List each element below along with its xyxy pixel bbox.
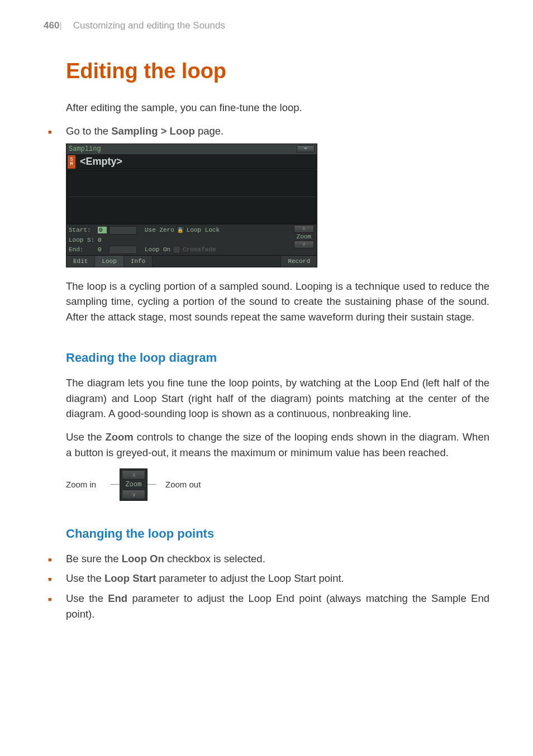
bullet-icon: ■ xyxy=(48,571,66,586)
zoom-in-callout: Zoom in xyxy=(66,480,111,489)
end-bold: End xyxy=(108,592,127,604)
zoom-out-button[interactable]: ∨ xyxy=(294,241,314,248)
divider: | xyxy=(59,20,61,31)
callout-line-icon xyxy=(147,484,156,485)
start-slider[interactable] xyxy=(109,226,137,235)
sample-name: <Empty> xyxy=(75,156,122,168)
looplock-label: Loop Lock xyxy=(187,227,220,233)
text: page. xyxy=(195,125,223,137)
start-value[interactable]: 0 xyxy=(98,227,107,233)
looplock-checkbox[interactable] xyxy=(177,226,184,234)
titlebar: Sampling xyxy=(66,144,317,154)
breadcrumb-path: Sampling > Loop xyxy=(111,125,195,137)
loopon-bold: Loop On xyxy=(122,553,164,564)
zoom-figure: Zoom in ∧ Zoom ∨ Zoom out xyxy=(66,468,489,501)
loops-label: Loop S: xyxy=(69,237,96,243)
zoom-in-button[interactable]: ∧ xyxy=(122,470,145,480)
sample-name-bar: SM <Empty> xyxy=(67,155,316,169)
end-label: End: xyxy=(69,246,96,253)
reading-heading: Reading the loop diagram xyxy=(66,351,489,365)
zoom-widget: ∧ Zoom ∨ xyxy=(120,468,147,501)
loopon-label: Loop On xyxy=(145,246,170,253)
zoom-out-button[interactable]: ∨ xyxy=(122,490,145,499)
text: Be sure the xyxy=(66,553,122,564)
changing-heading: Changing the loop points xyxy=(66,527,489,541)
sampling-window: Sampling SM <Empty> Start: 0 Use Zero Lo… xyxy=(66,143,317,267)
zoom-paragraph: Use the Zoom controls to change the size… xyxy=(66,429,489,461)
tab-record[interactable]: Record xyxy=(280,256,317,267)
text: Use the xyxy=(66,592,108,604)
bullet-icon: ■ xyxy=(48,591,66,622)
loops-value[interactable]: 0 xyxy=(98,237,107,243)
tab-edit[interactable]: Edit xyxy=(66,256,95,267)
bullet-1: ■ Be sure the Loop On checkbox is select… xyxy=(48,551,489,567)
menu-button[interactable] xyxy=(297,145,315,152)
text: parameter to adjust the Loop End point (… xyxy=(66,592,489,620)
intro-paragraph: After editing the sample, you can fine-t… xyxy=(66,100,489,116)
waveform-bottom xyxy=(68,197,316,224)
text: parameter to adjust the Loop Start point… xyxy=(156,572,344,584)
page-number: 460 xyxy=(44,20,59,31)
zoom-label: Zoom xyxy=(293,233,315,240)
window-title: Sampling xyxy=(69,145,101,153)
loopon-checkbox[interactable] xyxy=(173,246,180,253)
end-slider[interactable] xyxy=(109,246,137,254)
start-label: Start: xyxy=(69,227,96,233)
end-value[interactable]: 0 xyxy=(98,246,107,253)
text: Go to the xyxy=(66,125,111,137)
waveform-display[interactable] xyxy=(67,170,316,224)
page-title: Editing the loop xyxy=(66,59,489,83)
bullet-icon: ■ xyxy=(48,551,66,567)
text: Use the xyxy=(66,572,104,584)
tabs: Edit Loop Info Record xyxy=(66,255,317,267)
page-header: 460 | Customizing and editing the Sounds xyxy=(0,0,533,37)
bullet-3: ■ Use the End parameter to adjust the Lo… xyxy=(48,591,489,622)
reading-paragraph: The diagram lets you fine tune the loop … xyxy=(66,375,489,422)
callout-line-icon xyxy=(111,484,120,485)
loop-paragraph: The loop is a cycling portion of a sampl… xyxy=(66,279,489,325)
goto-instruction: ■ Go to the Sampling > Loop page. xyxy=(48,123,489,139)
tab-loop[interactable]: Loop xyxy=(95,256,123,267)
bullet-2: ■ Use the Loop Start parameter to adjust… xyxy=(48,571,489,586)
waveform-top xyxy=(68,170,316,197)
params-row-3: End: 0 Loop On Crossfade xyxy=(66,245,317,255)
text: Use the xyxy=(66,431,105,443)
zoom-label: Zoom xyxy=(126,481,142,489)
sm-toggle[interactable]: SM xyxy=(68,155,75,169)
text: checkbox is selected. xyxy=(164,553,265,564)
bullet-icon: ■ xyxy=(48,123,66,139)
loopstart-bold: Loop Start xyxy=(104,572,156,584)
usezero-label: Use Zero xyxy=(145,227,174,233)
tab-info[interactable]: Info xyxy=(124,256,153,267)
zoom-bold: Zoom xyxy=(105,431,133,443)
crossfade-label: Crossfade xyxy=(183,246,216,253)
params-row-1: Start: 0 Use Zero Loop Lock xyxy=(66,225,317,236)
zoom-in-button[interactable]: ∧ xyxy=(294,225,314,233)
chapter-title: Customizing and editing the Sounds xyxy=(73,20,225,31)
zoom-out-callout: Zoom out xyxy=(165,480,201,489)
params-row-2: Loop S: 0 xyxy=(66,236,317,245)
